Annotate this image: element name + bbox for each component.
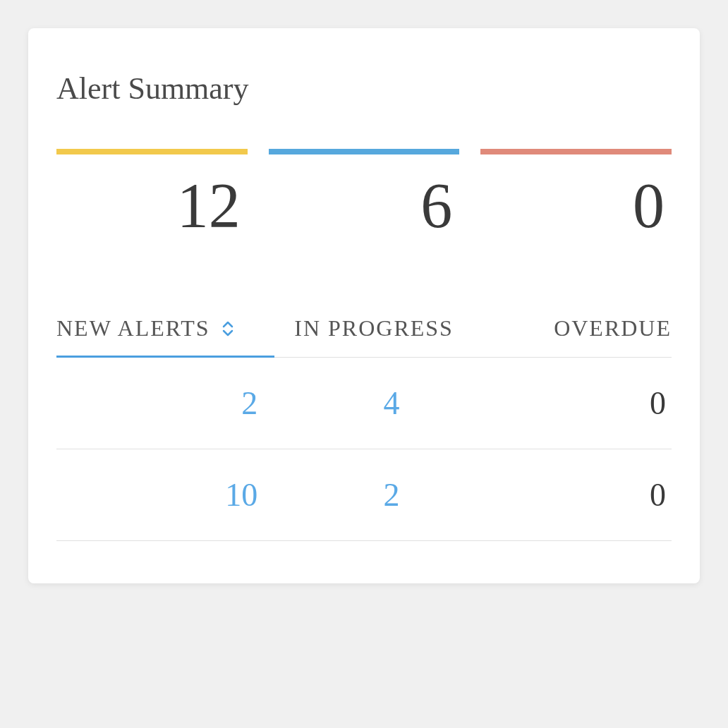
cell-in-progress[interactable]: 4 [300,384,483,422]
cell-overdue: 0 [483,384,672,422]
card-title: Alert Summary [56,71,672,107]
table-row: 10 2 0 [56,449,672,541]
column-header-label: IN PROGRESS [294,315,454,341]
column-header-overdue[interactable]: OVERDUE [473,315,672,341]
table-row: 2 4 0 [56,358,672,449]
stat-value: 12 [56,174,241,238]
stats-row: 12 6 0 [56,149,672,238]
column-header-in-progress[interactable]: IN PROGRESS [274,315,473,341]
table-header: NEW ALERTS IN PROGRESS OVERDUE [56,315,672,358]
sort-icon[interactable] [222,321,233,336]
column-header-label: OVERDUE [554,315,672,341]
cell-in-progress[interactable]: 2 [300,476,483,514]
alert-summary-card: Alert Summary 12 6 0 NEW ALERTS IN PROGR… [28,28,700,583]
stat-new-alerts: 12 [56,149,248,238]
column-header-new-alerts[interactable]: NEW ALERTS [56,315,274,341]
stat-in-progress: 6 [269,149,460,238]
stat-overdue: 0 [480,149,672,238]
cell-new-alerts[interactable]: 10 [56,476,300,514]
alerts-table: NEW ALERTS IN PROGRESS OVERDUE 2 4 0 10 … [56,315,672,541]
column-header-label: NEW ALERTS [56,315,210,341]
stat-value: 6 [269,174,453,238]
cell-overdue: 0 [483,476,672,514]
stat-value: 0 [480,174,665,238]
cell-new-alerts[interactable]: 2 [56,384,300,422]
